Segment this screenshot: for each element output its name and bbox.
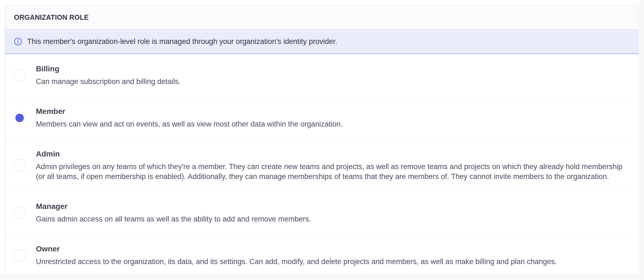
role-description: Gains admin access on all teams as well … [36,214,311,224]
organization-role-panel: ORGANIZATION ROLE This member's organiza… [5,5,639,274]
alert-text: This member's organization-level role is… [27,37,337,46]
radio-manager[interactable] [13,207,26,219]
role-title: Admin [36,149,628,159]
role-description: Admin privileges on any teams of which t… [36,162,628,181]
role-description: Can manage subscription and billing deta… [36,77,181,86]
idp-managed-alert: This member's organization-level role is… [5,29,639,54]
panel-title: ORGANIZATION ROLE [14,13,89,21]
role-option-owner[interactable]: Owner Unrestricted access to the organiz… [5,234,639,274]
panel-header: ORGANIZATION ROLE [5,5,639,29]
role-option-billing[interactable]: Billing Can manage subscription and bill… [5,54,639,97]
role-text: Manager Gains admin access on all teams … [36,201,311,224]
role-title: Member [36,107,343,116]
role-option-manager[interactable]: Manager Gains admin access on all teams … [5,192,639,234]
role-radio-group: Billing Can manage subscription and bill… [5,54,639,274]
role-title: Owner [36,244,557,254]
role-text: Owner Unrestricted access to the organiz… [36,244,557,267]
role-option-admin[interactable]: Admin Admin privileges on any teams of w… [5,139,639,192]
role-title: Billing [36,64,181,74]
radio-admin[interactable] [13,159,26,172]
info-icon [14,38,22,46]
role-option-member[interactable]: Member Members can view and act on event… [5,97,639,139]
role-description: Unrestricted access to the organization,… [36,257,557,267]
role-text: Admin Admin privileges on any teams of w… [36,149,628,181]
radio-owner[interactable] [13,249,26,262]
radio-member[interactable] [13,112,26,124]
radio-billing[interactable] [13,69,26,82]
role-title: Manager [36,201,311,211]
role-text: Member Members can view and act on event… [36,107,343,129]
role-description: Members can view and act on events, as w… [36,119,343,129]
role-text: Billing Can manage subscription and bill… [36,64,181,86]
